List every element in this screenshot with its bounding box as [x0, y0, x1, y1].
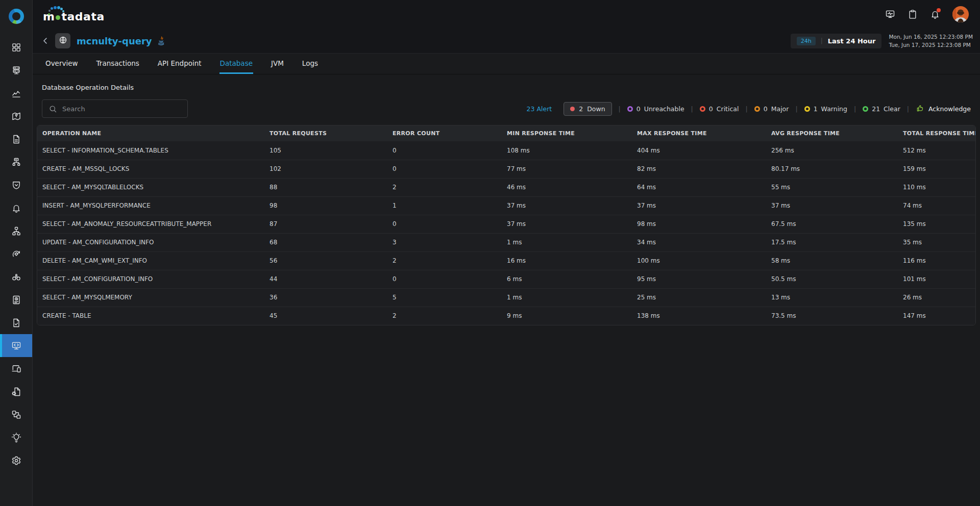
table-cell: 37 ms [632, 196, 766, 215]
table-cell: 58 ms [766, 251, 898, 270]
table-cell: 26 ms [898, 288, 975, 307]
alert-total-link[interactable]: 23 Alert [527, 105, 552, 113]
sidebar-item-devices[interactable] [0, 357, 32, 380]
sidebar-item-discovery[interactable] [0, 265, 32, 288]
table-cell: 68 [264, 233, 387, 251]
sidebar-item-insights[interactable] [0, 426, 32, 449]
table-cell: 35 ms [898, 233, 975, 251]
sidebar-item-checklist[interactable] [0, 311, 32, 334]
sidebar-item-map[interactable] [0, 105, 32, 128]
back-button[interactable] [41, 36, 50, 45]
table-cell: 25 ms [632, 288, 766, 307]
sidebar-item-report[interactable] [0, 288, 32, 311]
table-row[interactable]: UPDATE - AM_CONFIGURATION_INFO6831 ms34 … [37, 233, 975, 251]
table-cell: 2 [387, 307, 502, 325]
tab-overview[interactable]: Overview [45, 54, 79, 74]
clipboard-icon[interactable] [908, 9, 918, 19]
alert-filter-critical[interactable]: 0Critical [700, 105, 739, 113]
search-box[interactable] [42, 99, 188, 118]
sidebar-item-document[interactable] [0, 128, 32, 150]
table-row[interactable]: SELECT - AM_MYSQLMEMORY3651 ms25 ms13 ms… [37, 288, 975, 307]
table-cell: 135 ms [898, 215, 975, 233]
logo-text-rest: tadata [61, 10, 104, 23]
table-cell: SELECT - INFORMATION_SCHEMA.TABLES [37, 141, 264, 160]
table-cell: 2 [387, 178, 502, 196]
table-cell: INSERT - AM_MYSQLPERFORMANCE [37, 196, 264, 215]
tab-logs[interactable]: Logs [302, 54, 318, 74]
infrastructure-icon [11, 65, 21, 75]
user-avatar[interactable] [952, 6, 969, 22]
sidebar-item-alerts-bell[interactable] [0, 196, 32, 219]
time-range-dates: Mon, Jun 16, 2025 12:23:08 PM Tue, Jun 1… [889, 33, 973, 49]
sidebar-item-metrics[interactable] [0, 82, 32, 105]
notifications-bell-icon[interactable] [930, 9, 940, 19]
table-cell: 73.5 ms [766, 307, 898, 325]
table-cell: SELECT - AM_MYSQLMEMORY [37, 288, 264, 307]
devices-icon [11, 364, 21, 374]
tab-jvm[interactable]: JVM [271, 54, 284, 74]
alert-filter-down[interactable]: 2Down [564, 102, 611, 116]
report-icon [11, 295, 21, 305]
table-row[interactable]: INSERT - AM_MYSQLPERFORMANCE98137 ms37 m… [37, 196, 975, 215]
sidebar-item-dashboard[interactable] [0, 36, 32, 59]
alert-count: 0 [636, 105, 641, 113]
sidebar-item-process[interactable] [0, 380, 32, 403]
acknowledge-label: Acknowledge [928, 105, 971, 113]
table-cell: 159 ms [898, 160, 975, 178]
sidebar-item-settings[interactable] [0, 449, 32, 472]
sidebar-item-apm-monitor[interactable] [0, 334, 32, 357]
table-cell: 1 [387, 196, 502, 215]
search-input[interactable] [62, 105, 181, 113]
table-cell: 0 [387, 270, 502, 288]
app-logo-button[interactable] [0, 0, 32, 33]
alert-label: Clear [884, 105, 900, 113]
major-status-icon [754, 106, 760, 112]
table-cell: 100 ms [632, 251, 766, 270]
table-row[interactable]: SELECT - AM_ANOMALY_RESOURCEATTRIBUTE_MA… [37, 215, 975, 233]
map-icon [11, 111, 21, 121]
alert-filter-warning[interactable]: 1Warning [804, 105, 847, 113]
discovery-icon [11, 272, 21, 282]
table-cell: 98 ms [632, 215, 766, 233]
tab-database[interactable]: Database [219, 54, 253, 74]
table-row[interactable]: CREATE - TABLE4529 ms138 ms73.5 ms147 ms [37, 307, 975, 325]
alert-filter-clear[interactable]: 21Clear [863, 105, 900, 113]
topology-icon [11, 157, 21, 167]
date-to: Tue, Jun 17, 2025 12:23:08 PM [889, 41, 973, 49]
screen-activity-icon[interactable] [885, 9, 895, 19]
table-cell: 95 ms [632, 270, 766, 288]
down-status-icon [570, 107, 575, 111]
document-icon [11, 134, 21, 144]
alert-filter-major[interactable]: 0Major [754, 105, 789, 113]
time-range-badge: 24h [797, 37, 816, 45]
acknowledge-button[interactable]: Acknowledge [916, 104, 971, 113]
tab-transactions[interactable]: Transactions [96, 54, 140, 74]
table-row[interactable]: SELECT - AM_MYSQLTABLELOCKS88246 ms64 ms… [37, 178, 975, 196]
table-cell: 2 [387, 251, 502, 270]
sidebar-item-infrastructure[interactable] [0, 59, 32, 82]
table-row[interactable]: SELECT - INFORMATION_SCHEMA.TABLES105010… [37, 141, 975, 160]
sidebar-item-automation[interactable] [0, 242, 32, 265]
table-row[interactable]: SELECT - AM_CONFIGURATION_INFO4406 ms95 … [37, 270, 975, 288]
panel-title: Database Operation Details [42, 84, 971, 91]
table-cell: 87 [264, 215, 387, 233]
sidebar-item-topology[interactable] [0, 150, 32, 173]
alert-filter-unreachable[interactable]: 0Unreachable [627, 105, 684, 113]
alert-label: Down [587, 105, 605, 113]
resource-type-button[interactable] [55, 33, 70, 48]
sidebar-item-shield[interactable] [0, 173, 32, 196]
motadata-ring-logo-icon [9, 9, 24, 24]
settings-icon [11, 456, 21, 466]
tab-api-endpoint[interactable]: API Endpoint [157, 54, 202, 74]
time-range-selector[interactable]: 24h | Last 24 Hour [791, 34, 882, 48]
sidebar-item-sitemap[interactable] [0, 219, 32, 242]
table-cell: 37 ms [766, 196, 898, 215]
apm-monitor-icon [11, 341, 21, 351]
table-cell: UPDATE - AM_CONFIGURATION_INFO [37, 233, 264, 251]
table-cell: 98 [264, 196, 387, 215]
table-cell: 82 ms [632, 160, 766, 178]
column-header: ERROR COUNT [387, 125, 502, 141]
sidebar-item-integration[interactable] [0, 403, 32, 426]
table-row[interactable]: CREATE - AM_MSSQL_LOCKS102077 ms82 ms80.… [37, 160, 975, 178]
table-row[interactable]: DELETE - AM_CAM_WMI_EXT_INFO56216 ms100 … [37, 251, 975, 270]
